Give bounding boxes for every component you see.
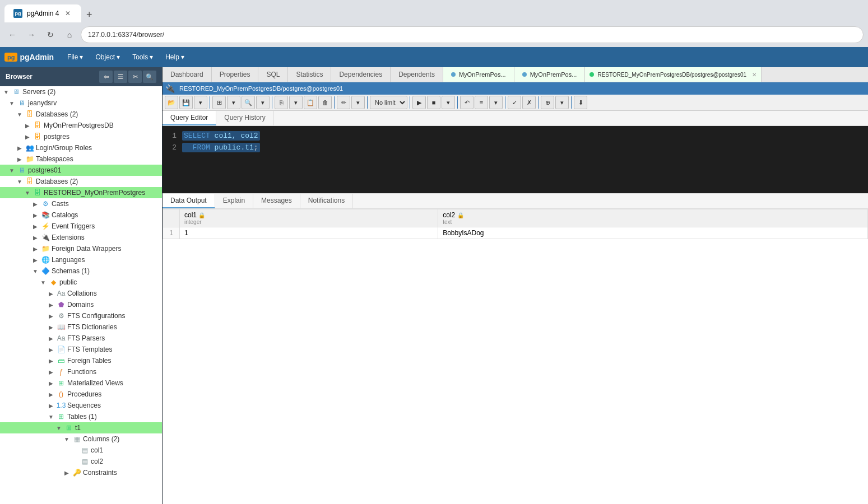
code-editor[interactable]: 1 2 SELECT col1, col2 FROM public.t1; [163,126,868,193]
filter-btn[interactable]: ⊞ [212,96,226,109]
tab-sql[interactable]: SQL [258,67,288,82]
columns-node[interactable]: ▼ ▦ Columns (2) [0,433,162,445]
col1-node[interactable]: ▤ col1 [0,445,162,456]
sidebar-cut-btn[interactable]: ✂ [128,71,142,83]
macros-btn[interactable]: ⊕ [541,96,554,109]
new-tab-button[interactable]: + [81,7,97,22]
tab-dependents[interactable]: Dependents [391,67,443,82]
fdw-toggle[interactable]: ▶ [31,246,39,252]
file-menu[interactable]: File ▾ [62,51,89,63]
databases1-node[interactable]: ▼ 🗄 Databases (2) [0,109,162,120]
schemas-node[interactable]: ▼ 🔷 Schemas (1) [0,265,162,277]
mat-views-toggle[interactable]: ▶ [47,380,55,386]
fts-templates-toggle[interactable]: ▶ [47,347,55,353]
format-dropdown[interactable]: ▾ [489,96,503,109]
databases2-node[interactable]: ▼ 🗄 Databases (2) [0,176,162,187]
object-menu[interactable]: Object ▾ [90,51,126,63]
query-history-tab[interactable]: Query History [216,111,273,125]
languages-node[interactable]: ▶ 🌐 Languages [0,254,162,265]
explain-tab[interactable]: Explain [215,194,253,208]
columns-toggle[interactable]: ▼ [63,436,71,442]
catalogs-toggle[interactable]: ▶ [31,212,39,218]
copy-dropdown[interactable]: ▾ [289,96,303,109]
servers-node[interactable]: ▼ 🖥 Servers (2) [0,86,162,97]
myonprem-db-node[interactable]: ▶ 🗄 MyOnPremPostgresDB [0,120,162,131]
fts-parsers-toggle[interactable]: ▶ [47,335,55,342]
tables-toggle[interactable]: ▼ [47,414,55,420]
fdw-node[interactable]: ▶ 📁 Foreign Data Wrappers [0,243,162,254]
server1-node[interactable]: ▼ 🖥 jeanydsrv [0,97,162,109]
tab-dashboard[interactable]: Dashboard [163,67,212,82]
run-btn[interactable]: ▶ [412,96,426,109]
messages-tab[interactable]: Messages [253,194,300,208]
fts-configs-node[interactable]: ▶ ⚙ FTS Configurations [0,310,162,321]
fts-parsers-node[interactable]: ▶ Aa FTS Parsers [0,333,162,344]
foreign-tables-toggle[interactable]: ▶ [47,358,55,364]
fts-configs-toggle[interactable]: ▶ [47,313,55,319]
server2-toggle[interactable]: ▼ [8,167,16,174]
save-as-btn[interactable]: ▾ [194,96,207,109]
sequences-toggle[interactable]: ▶ [47,403,55,409]
collations-node[interactable]: ▶ Aa Collations [0,288,162,299]
tab-restored[interactable]: RESTORED_MyOnPremPostgresDB/postgres@pos… [585,67,762,82]
server1-toggle[interactable]: ▼ [8,100,16,106]
data-output-tab[interactable]: Data Output [163,194,215,208]
public-schema-toggle[interactable]: ▼ [39,279,47,286]
t1-toggle[interactable]: ▼ [55,425,63,431]
copy-btn[interactable]: ⎘ [275,96,288,109]
restored-db-toggle[interactable]: ▼ [24,190,31,196]
schemas-toggle[interactable]: ▼ [31,268,39,274]
open-file-btn[interactable]: 📂 [165,96,178,109]
casts-node[interactable]: ▶ ⚙ Casts [0,198,162,209]
filter-dropdown[interactable]: ▾ [227,96,240,109]
domains-toggle[interactable]: ▶ [47,302,55,308]
sidebar-search-btn[interactable]: 🔍 [143,71,156,83]
code-content[interactable]: SELECT col1, col2 FROM public.t1; [182,130,868,189]
fts-dicts-toggle[interactable]: ▶ [47,324,55,330]
functions-toggle[interactable]: ▶ [47,369,55,375]
tables-node[interactable]: ▼ ⊞ Tables (1) [0,411,162,422]
extensions-toggle[interactable]: ▶ [31,235,39,241]
tab-myonprem2[interactable]: MyOnPremPos... [514,67,586,82]
tab-myonprem1[interactable]: MyOnPremPos... [443,67,514,82]
tools-menu[interactable]: Tools ▾ [127,51,159,63]
postgres-db-toggle[interactable]: ▶ [24,134,31,140]
domains-node[interactable]: ▶ ⬟ Domains [0,299,162,310]
procedures-node[interactable]: ▶ () Procedures [0,389,162,400]
event-triggers-toggle[interactable]: ▶ [31,223,39,230]
event-triggers-node[interactable]: ▶ ⚡ Event Triggers [0,221,162,232]
stop-dropdown[interactable]: ▾ [442,96,455,109]
t1-node[interactable]: ▼ ⊞ t1 [0,422,162,433]
databases2-toggle[interactable]: ▼ [16,179,24,185]
col2-node[interactable]: ▤ col2 [0,456,162,467]
url-bar[interactable]: 127.0.0.1:63374/browser/ [81,26,864,43]
postgres-db-node[interactable]: ▶ 🗄 postgres [0,131,162,142]
tab-close-button[interactable]: ✕ [63,9,72,18]
save-btn[interactable]: 💾 [179,96,193,109]
delete-btn[interactable]: 🗑 [318,96,332,109]
db1-toggle[interactable]: ▼ [16,111,24,118]
browser-tab[interactable]: pg pgAdmin 4 ✕ [4,4,81,22]
restored-db-node[interactable]: ▼ 🗄 RESTORED_MyOnPremPostgres [0,187,162,198]
constraints-node[interactable]: ▶ 🔑 Constraints [0,467,162,478]
tab-dependencies[interactable]: Dependencies [331,67,391,82]
commit-btn[interactable]: ✓ [508,96,521,109]
tablespaces-node[interactable]: ▶ 📁 Tablespaces [0,153,162,165]
constraints-toggle[interactable]: ▶ [63,470,71,476]
query-editor-tab[interactable]: Query Editor [163,111,216,125]
download-btn[interactable]: ⬇ [574,96,587,109]
find-dropdown[interactable]: ▾ [256,96,270,109]
forward-button[interactable]: → [24,27,39,43]
public-schema-node[interactable]: ▼ ◆ public [0,277,162,288]
undo-btn[interactable]: ↶ [460,96,474,109]
format-btn[interactable]: ≡ [475,96,488,109]
sidebar-back-btn[interactable]: ⇦ [99,71,113,83]
limit-select[interactable]: No limit [370,96,407,109]
fts-templates-node[interactable]: ▶ 📄 FTS Templates [0,344,162,355]
rollback-btn[interactable]: ✗ [522,96,536,109]
myonprem-db-toggle[interactable]: ▶ [24,123,31,129]
back-button[interactable]: ← [4,27,20,43]
reload-button[interactable]: ↻ [43,27,58,43]
notifications-tab[interactable]: Notifications [300,194,353,208]
sidebar-view-btn[interactable]: ☰ [114,71,127,83]
